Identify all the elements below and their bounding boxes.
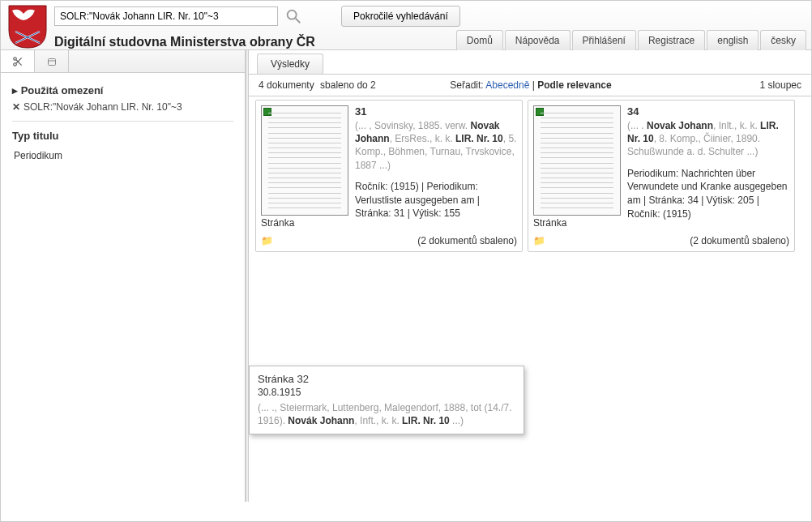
sidebar: ▸ Použitá omezení ✕ SOLR:"Novák Johann L… [1,50,246,502]
result-snippet: (... . Novak Johann, Inlt., k. k. LIR. N… [627,119,789,159]
collapsed-label: (2 dokumentů sbaleno) [690,235,789,246]
type-periodical[interactable]: Periodikum [12,147,233,165]
result-card[interactable]: Stránka 31 (... , Sovinsky, 1885. verw. … [255,100,523,252]
search-input[interactable] [54,6,278,26]
scissors-icon [12,56,24,67]
popup-snippet: (... ., Steiermark, Luttenberg, Malegend… [258,401,515,427]
svg-point-3 [13,62,16,66]
svg-rect-6 [48,58,55,65]
nav-home[interactable]: Domů [456,30,503,50]
nav-english[interactable]: english [707,30,759,50]
svg-point-0 [288,11,297,19]
filter-text: SOLR:"Novák Johann LIR. Nr. 10"~3 [24,101,182,113]
result-card[interactable]: Stránka 34 (... . Novak Johann, Inlt., k… [528,100,795,252]
coat-of-arms-logo [7,4,48,49]
sort-relevance[interactable]: Podle relevance [537,79,611,91]
result-meta: Periodikum: Nachrichten über Verwundete … [627,167,789,221]
thumb-label: Stránka [261,217,348,229]
remove-filter-icon[interactable]: ✕ [12,101,20,113]
main-panel: Výsledky 4 dokumenty sbaleno do 2 Seřadi… [249,50,811,502]
sidebar-tab-calendar[interactable] [35,50,69,72]
search-icon[interactable] [284,7,302,25]
nav-help[interactable]: Nápověda [505,30,571,50]
svg-point-2 [13,57,16,60]
nav-czech[interactable]: česky [760,30,806,50]
folder-icon[interactable]: 📁 [261,235,273,246]
folder-icon[interactable]: 📁 [533,235,545,246]
thumb-label: Stránka [533,217,621,229]
result-title: 31 [355,105,517,118]
popup-date: 30.8.1915 [258,387,515,398]
advanced-search-button[interactable]: Pokročilé vyhledávání [341,6,460,27]
result-title: 34 [627,105,789,118]
calendar-icon [47,57,57,66]
sort-controls: Seřadit: Abecedně | Podle relevance [450,79,611,91]
results-toolbar: 4 dokumenty sbaleno do 2 Seřadit: Abeced… [249,75,811,96]
sort-alpha[interactable]: Abecedně [485,79,529,91]
popup-title: Stránka 32 [258,373,515,385]
column-toggle[interactable]: 1 sloupec [760,79,801,91]
result-snippet: (... , Sovinsky, 1885. verw. Novak Johan… [355,119,517,172]
result-thumbnail[interactable] [533,105,621,216]
result-preview-tooltip: Stránka 32 30.8.1915 (... ., Steiermark,… [249,366,524,434]
type-heading: Typ titulu [12,130,233,142]
nav-login[interactable]: Přihlášení [572,30,636,50]
filter-chip: ✕ SOLR:"Novák Johann LIR. Nr. 10"~3 [12,101,233,113]
packed-count: sbaleno do 2 [318,79,376,91]
results-tab[interactable]: Výsledky [257,53,323,74]
doc-count: 4 dokumenty [259,79,314,91]
sidebar-tab-filters[interactable] [1,50,35,72]
filters-heading: ▸ Použitá omezení [12,84,233,96]
top-nav: Domů Nápověda Přihlášení Registrace engl… [455,30,806,50]
result-thumbnail[interactable] [261,105,348,216]
collapsed-label: (2 dokumentů sbaleno) [417,235,517,246]
result-meta: Ročník: (1915) | Periodikum: Verlustlist… [355,180,517,220]
svg-line-1 [296,19,301,24]
nav-register[interactable]: Registrace [638,30,705,50]
